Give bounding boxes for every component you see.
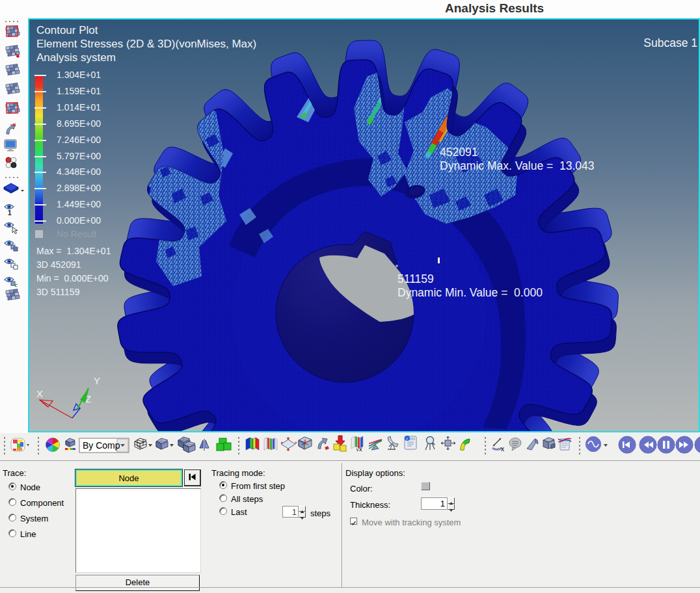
svg-text:1: 1 bbox=[8, 209, 12, 217]
svg-text:i: i bbox=[407, 436, 408, 441]
svg-text:By Comp: By Comp bbox=[83, 440, 120, 451]
svg-text:x: x bbox=[501, 445, 504, 453]
svg-text:√x: √x bbox=[356, 446, 362, 453]
